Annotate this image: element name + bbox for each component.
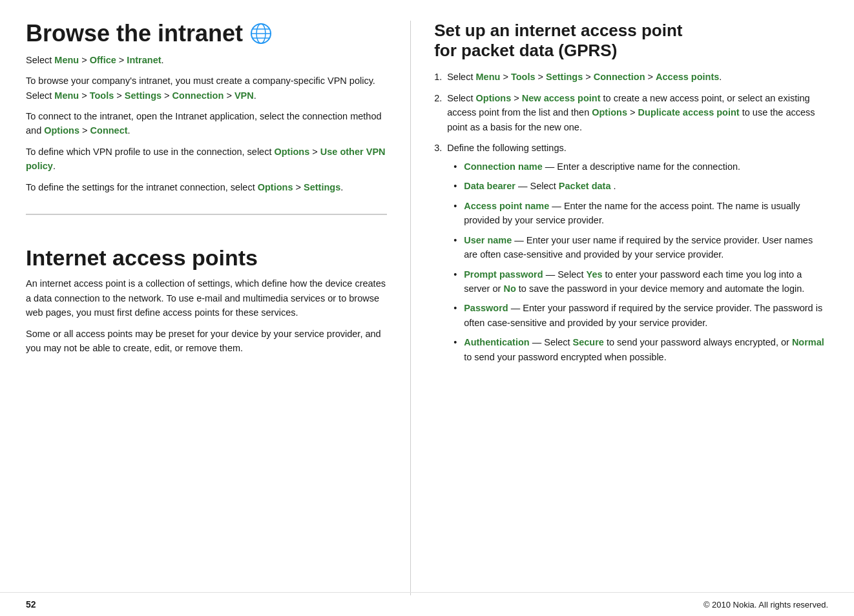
- divider: [26, 214, 387, 215]
- no-val: No: [503, 283, 516, 294]
- bullet-data-bearer: Data bearer — Select Packet data .: [453, 179, 828, 193]
- step-1: Select Menu > Tools > Settings > Connect…: [434, 70, 828, 84]
- step-2: Select Options > New access point to cre…: [434, 91, 828, 134]
- bullet-prompt-password: Prompt password — Select Yes to enter yo…: [453, 267, 828, 296]
- left-column: Browse the intranet Select Menu > Office…: [26, 21, 411, 595]
- right-title-line2: for packet data (GPRS): [434, 41, 617, 60]
- intranet-link: Intranet: [127, 55, 161, 65]
- settings-link-2: Settings: [304, 182, 340, 192]
- browse-para5: To define the settings for the intranet …: [26, 180, 387, 194]
- options-link-2: Options: [274, 147, 309, 157]
- packet-data-val: Packet data: [559, 181, 611, 191]
- step3-intro: Define the following settings.: [447, 143, 567, 153]
- options-link-1: Options: [44, 125, 79, 136]
- steps-list: Select Menu > Tools > Settings > Connect…: [434, 70, 828, 371]
- copyright-text: © 2010 Nokia. All rights reserved.: [703, 600, 828, 610]
- footer: 52 © 2010 Nokia. All rights reserved.: [0, 592, 854, 616]
- bullet-user-name: User name — Enter your user name if requ…: [453, 233, 828, 262]
- browse-title-text: Browse the intranet: [26, 21, 243, 46]
- step-3: Define the following settings. Connectio…: [434, 141, 828, 364]
- r-access-1: Access points: [656, 72, 719, 82]
- iap-para2: Some or all access points may be preset …: [26, 327, 387, 356]
- prompt-password-key: Prompt password: [464, 269, 543, 280]
- bullet-authentication: Authentication — Select Secure to send y…: [453, 335, 828, 364]
- authentication-key: Authentication: [464, 337, 530, 347]
- access-point-name-key: Access point name: [464, 201, 549, 211]
- r-connection-1: Connection: [594, 72, 645, 82]
- office-link: Office: [90, 55, 116, 65]
- yes-val: Yes: [587, 269, 603, 280]
- secure-val: Secure: [573, 337, 604, 347]
- user-name-key: User name: [464, 235, 512, 245]
- browse-title: Browse the intranet: [26, 21, 387, 46]
- iap-para1: An internet access point is a collection…: [26, 276, 387, 320]
- r-menu-1: Menu: [476, 72, 501, 82]
- tools-link-1: Tools: [90, 90, 114, 101]
- bullet-access-point-name: Access point name — Enter the name for t…: [453, 199, 828, 228]
- r-options-2: Options: [592, 107, 627, 118]
- settings-link-1: Settings: [125, 90, 161, 101]
- right-title: Set up an internet access point for pack…: [434, 21, 828, 61]
- browse-para3: To connect to the intranet, open the Int…: [26, 109, 387, 138]
- right-title-line1: Set up an internet access point: [434, 21, 682, 40]
- normal-val: Normal: [792, 337, 824, 347]
- menu-link-2: Menu: [54, 90, 79, 101]
- data-bearer-key: Data bearer: [464, 181, 516, 191]
- vpn-link: VPN: [234, 90, 254, 101]
- connection-name-key: Connection name: [464, 161, 543, 172]
- r-tools-1: Tools: [511, 72, 536, 82]
- browse-para2: To browse your company's intranet, you m…: [26, 74, 387, 103]
- right-column: Set up an internet access point for pack…: [411, 21, 828, 595]
- r-duplicate: Duplicate access point: [638, 107, 740, 118]
- connect-link: Connect: [90, 125, 128, 136]
- browse-para4: To define which VPN profile to use in th…: [26, 145, 387, 174]
- password-key: Password: [464, 303, 508, 313]
- r-options-1: Options: [476, 93, 512, 103]
- iap-title: Internet access points: [26, 246, 387, 270]
- settings-bullets: Connection name — Enter a descriptive na…: [447, 159, 828, 365]
- r-settings-1: Settings: [546, 72, 583, 82]
- globe-icon: [249, 22, 273, 45]
- connection-link-1: Connection: [172, 90, 224, 101]
- menu-link-1: Menu: [54, 55, 79, 65]
- bullet-password: Password — Enter your password if requir…: [453, 301, 828, 330]
- r-new-ap: New access point: [522, 93, 601, 103]
- options-link-3: Options: [258, 182, 293, 192]
- browse-para1: Select Menu > Office > Intranet.: [26, 53, 387, 67]
- page-number: 52: [26, 599, 36, 610]
- vpn-policy-link: Use other VPN policy: [26, 147, 386, 171]
- bullet-connection-name: Connection name — Enter a descriptive na…: [453, 159, 828, 174]
